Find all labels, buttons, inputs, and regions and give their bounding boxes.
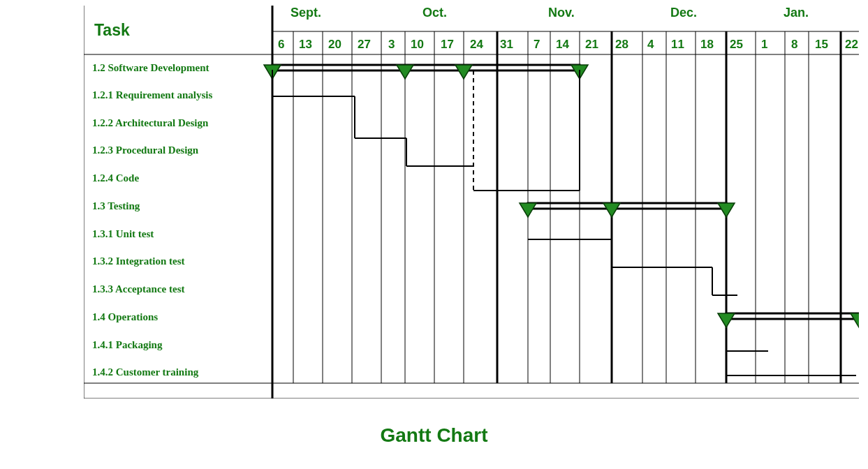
svg-rect-35 bbox=[726, 313, 859, 319]
svg-rect-26 bbox=[272, 65, 580, 70]
svg-marker-37 bbox=[851, 313, 859, 327]
svg-marker-32 bbox=[520, 203, 536, 217]
svg-marker-28 bbox=[397, 65, 413, 79]
gantt-plot-area bbox=[84, 6, 859, 399]
svg-marker-33 bbox=[603, 203, 620, 217]
svg-marker-36 bbox=[718, 313, 735, 327]
chart-title: Gantt Chart bbox=[0, 424, 868, 447]
svg-marker-34 bbox=[718, 203, 735, 217]
svg-rect-31 bbox=[528, 203, 726, 209]
svg-marker-29 bbox=[455, 65, 472, 79]
